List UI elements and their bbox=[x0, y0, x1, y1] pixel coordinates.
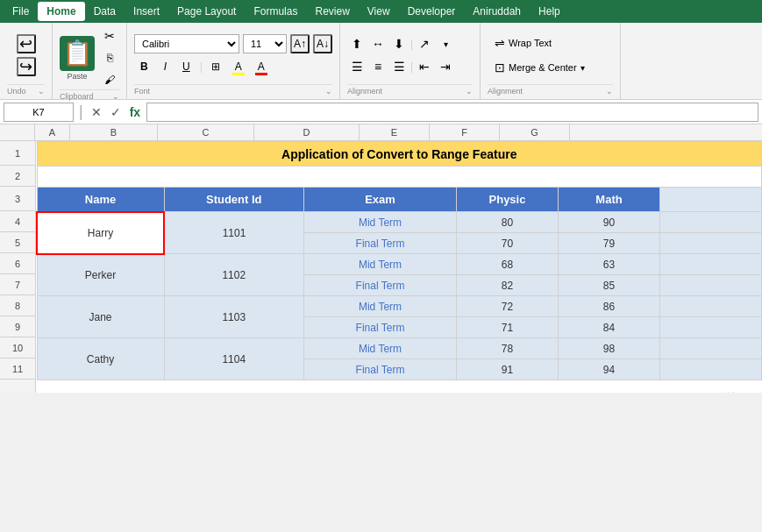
cell-harry[interactable]: Harry bbox=[37, 212, 164, 254]
menu-review[interactable]: Review bbox=[306, 2, 358, 21]
col-header-c[interactable]: C bbox=[158, 124, 254, 140]
insert-function-icon[interactable]: fx bbox=[127, 105, 143, 119]
header-physic[interactable]: Physic bbox=[457, 188, 559, 212]
italic-button[interactable]: I bbox=[158, 57, 173, 76]
col-header-b[interactable]: B bbox=[70, 124, 158, 140]
cell-perker[interactable]: Perker bbox=[37, 254, 164, 296]
menu-formulas[interactable]: Formulas bbox=[245, 2, 306, 21]
row-header-3[interactable]: 3 bbox=[0, 187, 35, 211]
cell-id-jane[interactable]: 1103 bbox=[164, 296, 304, 338]
cell-math-jane-final[interactable]: 84 bbox=[559, 317, 660, 338]
fill-color-button[interactable]: A bbox=[229, 57, 248, 76]
wrap-expand-icon[interactable]: ⌄ bbox=[606, 87, 613, 96]
underline-button[interactable]: U bbox=[176, 57, 196, 76]
menu-view[interactable]: View bbox=[359, 2, 399, 21]
align-center-button[interactable]: ≡ bbox=[368, 57, 388, 76]
align-top-button[interactable]: ⬆ bbox=[347, 34, 367, 53]
cell-reference-input[interactable] bbox=[4, 103, 74, 122]
font-expand-icon[interactable]: ⌄ bbox=[325, 87, 332, 96]
extra-col-5[interactable] bbox=[660, 233, 762, 254]
row-header-4[interactable]: 4 bbox=[0, 211, 35, 232]
header-math[interactable]: Math bbox=[559, 188, 660, 212]
row-header-6[interactable]: 6 bbox=[0, 253, 35, 274]
cell-math-cathy-mid[interactable]: 98 bbox=[559, 338, 660, 359]
font-name-select[interactable]: Calibri bbox=[134, 34, 239, 53]
title-cell[interactable]: Application of Convert to Range Feature bbox=[37, 142, 762, 167]
cell-physic-perker-mid[interactable]: 68 bbox=[457, 254, 559, 275]
col-header-g[interactable]: G bbox=[500, 124, 570, 140]
cut-button[interactable]: ✂ bbox=[100, 26, 119, 46]
row-header-2[interactable]: 2 bbox=[0, 166, 35, 187]
undo-button[interactable]: ↩ bbox=[17, 34, 36, 53]
cell-exam-perker-final[interactable]: Final Term bbox=[304, 275, 457, 296]
undo-expand-icon[interactable]: ⌄ bbox=[38, 87, 45, 96]
cell-physic-cathy-final[interactable]: 91 bbox=[457, 359, 559, 380]
borders-button[interactable]: ⊞ bbox=[206, 57, 225, 76]
format-painter-button[interactable]: 🖌 bbox=[100, 70, 119, 89]
cell-physic-harry-final[interactable]: 70 bbox=[457, 233, 559, 254]
increase-font-button[interactable]: A↑ bbox=[290, 34, 310, 53]
extra-col-8[interactable] bbox=[660, 296, 762, 317]
clipboard-expand-icon[interactable]: ⌄ bbox=[112, 92, 119, 101]
col-header-f[interactable]: F bbox=[430, 124, 500, 140]
paste-button[interactable]: 📋 bbox=[60, 36, 95, 71]
align-middle-button[interactable]: ↔ bbox=[368, 34, 388, 53]
row-header-7[interactable]: 7 bbox=[0, 274, 35, 295]
extra-col-7[interactable] bbox=[660, 275, 762, 296]
cell-exam-jane-mid[interactable]: Mid Term bbox=[304, 296, 457, 317]
row-header-9[interactable]: 9 bbox=[0, 316, 35, 337]
font-size-select[interactable]: 11 bbox=[243, 34, 287, 53]
row-header-5[interactable]: 5 bbox=[0, 232, 35, 253]
row-header-11[interactable]: 11 bbox=[0, 358, 35, 379]
menu-help[interactable]: Help bbox=[530, 2, 569, 21]
extra-col-9[interactable] bbox=[660, 317, 762, 338]
header-exam[interactable]: Exam bbox=[304, 188, 457, 212]
orientation-dropdown[interactable]: ▾ bbox=[436, 34, 455, 53]
empty-row-2[interactable] bbox=[37, 167, 762, 188]
align-bottom-button[interactable]: ⬇ bbox=[389, 34, 409, 53]
menu-file[interactable]: File bbox=[4, 2, 38, 21]
cell-jane[interactable]: Jane bbox=[37, 296, 164, 338]
extra-col-11[interactable] bbox=[660, 359, 762, 380]
orientation-button[interactable]: ↗ bbox=[415, 34, 434, 53]
cell-physic-cathy-mid[interactable]: 78 bbox=[457, 338, 559, 359]
extra-col-4[interactable] bbox=[660, 212, 762, 233]
cell-physic-perker-final[interactable]: 82 bbox=[457, 275, 559, 296]
merge-center-button[interactable]: ⊡ Merge & Center ▾ bbox=[488, 58, 613, 77]
cell-id-perker[interactable]: 1102 bbox=[164, 254, 304, 296]
extra-col-10[interactable] bbox=[660, 338, 762, 359]
row-header-1[interactable]: 1 bbox=[0, 141, 35, 166]
menu-page-layout[interactable]: Page Layout bbox=[168, 2, 245, 21]
align-right-button[interactable]: ☰ bbox=[389, 57, 409, 76]
cell-exam-jane-final[interactable]: Final Term bbox=[304, 317, 457, 338]
extra-col-3[interactable] bbox=[660, 188, 762, 212]
decrease-indent-button[interactable]: ⇤ bbox=[415, 57, 434, 76]
cell-math-harry-final[interactable]: 79 bbox=[559, 233, 660, 254]
redo-button[interactable]: ↪ bbox=[17, 57, 36, 76]
col-header-a[interactable]: A bbox=[35, 124, 70, 140]
col-header-d[interactable]: D bbox=[254, 124, 360, 140]
menu-insert[interactable]: Insert bbox=[125, 2, 168, 21]
alignment-expand-icon[interactable]: ⌄ bbox=[466, 87, 473, 96]
cell-exam-harry-final[interactable]: Final Term bbox=[304, 233, 457, 254]
extra-col-6[interactable] bbox=[660, 254, 762, 275]
font-color-button[interactable]: A bbox=[252, 57, 271, 76]
cell-math-perker-final[interactable]: 85 bbox=[559, 275, 660, 296]
confirm-formula-icon[interactable]: ✓ bbox=[108, 105, 124, 119]
cell-cathy[interactable]: Cathy bbox=[37, 338, 164, 380]
cell-exam-cathy-final[interactable]: Final Term bbox=[304, 359, 457, 380]
cell-physic-jane-mid[interactable]: 72 bbox=[457, 296, 559, 317]
formula-input[interactable] bbox=[146, 103, 758, 122]
menu-data[interactable]: Data bbox=[85, 2, 125, 21]
cell-math-perker-mid[interactable]: 63 bbox=[559, 254, 660, 275]
cell-physic-jane-final[interactable]: 71 bbox=[457, 317, 559, 338]
cell-id-harry[interactable]: 1101 bbox=[164, 212, 304, 254]
menu-home[interactable]: Home bbox=[38, 2, 84, 21]
increase-indent-button[interactable]: ⇥ bbox=[436, 57, 455, 76]
cell-exam-harry-mid[interactable]: Mid Term bbox=[304, 212, 457, 233]
menu-aniruddah[interactable]: Aniruddah bbox=[464, 2, 530, 21]
cell-math-jane-mid[interactable]: 86 bbox=[559, 296, 660, 317]
header-student-id[interactable]: Student Id bbox=[164, 188, 304, 212]
header-name[interactable]: Name bbox=[37, 188, 164, 212]
merge-dropdown-icon[interactable]: ▾ bbox=[580, 63, 585, 73]
